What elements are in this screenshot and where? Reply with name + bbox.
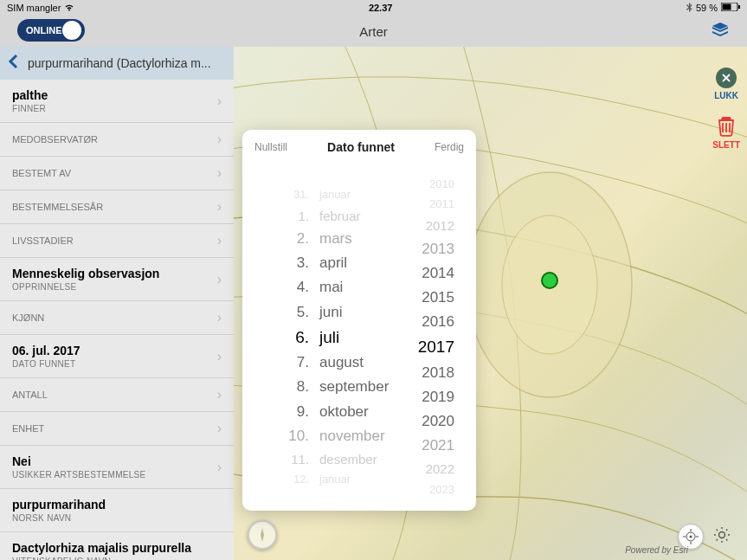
bluetooth-icon	[686, 3, 692, 14]
picker-item[interactable]: oktober	[319, 400, 369, 424]
status-bar: SIM mangler 22.37 59 %	[0, 0, 747, 16]
settings-button[interactable]	[712, 525, 731, 548]
picker-item[interactable]: januar	[319, 185, 351, 205]
sidebar-item[interactable]: BESTEMMELSESÅR›	[0, 190, 234, 224]
item-primary: Nei	[12, 454, 217, 468]
done-button[interactable]: Ferdig	[435, 141, 464, 153]
right-toolbar: LUKK SLETT	[712, 68, 740, 150]
picker-item[interactable]: 2023	[429, 480, 454, 500]
sidebar-item[interactable]: ENHET›	[0, 412, 234, 446]
picker-item[interactable]: 6.	[295, 325, 309, 351]
picker-item[interactable]: juli	[319, 325, 339, 351]
picker-item[interactable]: 2018	[422, 361, 454, 385]
picker-item[interactable]: 2011	[429, 195, 454, 215]
item-secondary: DATO FUNNET	[12, 359, 217, 369]
sidebar-item[interactable]: Menneskelig observasjonOPPRINNELSE›	[0, 258, 234, 301]
picker-item[interactable]: 31.	[293, 185, 309, 205]
picker-item[interactable]: august	[319, 351, 364, 375]
battery-icon	[721, 3, 740, 13]
clock: 22.37	[369, 3, 393, 13]
battery-text: 59 %	[696, 3, 718, 13]
online-label: ONLINE	[26, 25, 62, 35]
picker-item[interactable]: 2020	[422, 409, 454, 434]
picker-item[interactable]: november	[319, 424, 385, 448]
picker-item[interactable]: 2.	[297, 227, 309, 251]
map[interactable]: LUKK SLETT Powered by Esri Nullstill	[234, 47, 747, 560]
sidebar-item[interactable]: MEDOBSERVATØR›	[0, 123, 234, 157]
picker-item[interactable]: september	[319, 375, 389, 399]
sidebar: purpurmarihand (Dactylorhiza m... palthe…	[0, 47, 234, 560]
chevron-right-icon: ›	[217, 165, 222, 181]
item-primary: ENHET	[12, 423, 217, 434]
item-primary: BESTEMMELSESÅR	[12, 202, 217, 212]
picker-item[interactable]: 2015	[422, 286, 454, 310]
sidebar-item[interactable]: paltheFINNER›	[0, 80, 234, 123]
close-button[interactable]: LUKK	[714, 68, 738, 100]
chevron-right-icon: ›	[217, 272, 222, 287]
compass-icon[interactable]	[248, 520, 277, 550]
delete-button[interactable]: SLETT	[712, 116, 740, 150]
picker-item[interactable]: 2014	[422, 261, 454, 286]
layers-icon[interactable]	[711, 21, 730, 40]
picker-item[interactable]: 8.	[297, 375, 309, 399]
picker-item[interactable]: april	[319, 251, 347, 275]
picker-item[interactable]: 2019	[422, 385, 454, 409]
picker-item[interactable]: mai	[319, 275, 343, 299]
picker-item[interactable]: 3.	[297, 251, 309, 275]
sidebar-item[interactable]: KJØNN›	[0, 301, 234, 335]
picker-item[interactable]: 2010	[429, 175, 454, 195]
picker-item[interactable]: 7.	[297, 351, 309, 375]
picker-item[interactable]: 2022	[426, 458, 454, 480]
sidebar-item[interactable]: BESTEMT AV›	[0, 157, 234, 190]
svg-point-6	[690, 536, 692, 538]
breadcrumb[interactable]: purpurmarihand (Dactylorhiza m...	[0, 47, 234, 80]
picker-item[interactable]: 1.	[298, 205, 309, 228]
picker-item[interactable]: desember	[319, 448, 377, 471]
svg-point-7	[719, 532, 725, 538]
item-primary: Dactylorhiza majalis purpurella	[12, 541, 222, 555]
picker-item[interactable]: januar	[319, 470, 351, 490]
picker-item[interactable]: 2013	[422, 237, 454, 261]
chevron-right-icon: ›	[217, 421, 222, 436]
picker-item[interactable]: 2016	[422, 310, 454, 334]
sidebar-item[interactable]: ANTALL›	[0, 378, 234, 412]
item-secondary: NORSK NAVN	[12, 513, 222, 523]
sidebar-item[interactable]: LIVSSTADIER›	[0, 224, 234, 258]
picker-item[interactable]: 10.	[288, 424, 309, 448]
picker-item[interactable]: 2012	[426, 215, 454, 237]
sidebar-item[interactable]: 06. jul. 2017DATO FUNNET›	[0, 335, 234, 378]
picker-item[interactable]: 2017	[418, 334, 454, 361]
trash-icon	[717, 116, 736, 140]
item-secondary: USIKKER ARTSBESTEMMELSE	[12, 470, 217, 480]
picker-item[interactable]: februar	[319, 205, 361, 228]
svg-rect-1	[723, 4, 731, 10]
back-icon[interactable]	[7, 54, 19, 73]
chevron-right-icon: ›	[217, 387, 222, 402]
picker-item[interactable]: juni	[319, 300, 342, 325]
online-toggle[interactable]: ONLINE	[17, 19, 85, 42]
date-picker[interactable]: 31.1.2.3.4.5.6.7.8.9.10.11.12. januarfeb…	[242, 164, 476, 511]
item-primary: purpurmarihand	[12, 498, 222, 512]
esri-attribution: Powered by Esri	[625, 545, 688, 555]
location-marker[interactable]	[541, 272, 558, 289]
picker-item[interactable]: 2021	[422, 434, 454, 458]
sidebar-item: Dactylorhiza majalis purpurellaVITENSKAP…	[0, 532, 234, 560]
picker-item[interactable]: 11.	[291, 448, 309, 471]
item-secondary: VITENSKAPELIG NAVN	[12, 557, 222, 560]
item-primary: LIVSSTADIER	[12, 235, 217, 246]
item-primary: ANTALL	[12, 389, 217, 400]
picker-item[interactable]: 5.	[297, 300, 309, 325]
picker-item[interactable]: 12.	[293, 470, 309, 490]
picker-item[interactable]: 4.	[297, 275, 309, 299]
picker-item[interactable]: 9.	[297, 400, 309, 424]
item-secondary: OPPRINNELSE	[12, 282, 217, 292]
delete-label: SLETT	[712, 140, 740, 150]
chevron-right-icon: ›	[217, 233, 222, 248]
sidebar-item[interactable]: NeiUSIKKER ARTSBESTEMMELSE›	[0, 446, 234, 489]
chevron-right-icon: ›	[217, 199, 222, 215]
sim-status: SIM mangler	[7, 3, 61, 13]
picker-item[interactable]: mars	[319, 227, 352, 251]
reset-button[interactable]: Nullstill	[254, 141, 287, 153]
chevron-right-icon: ›	[217, 349, 222, 364]
item-primary: 06. jul. 2017	[12, 344, 217, 357]
